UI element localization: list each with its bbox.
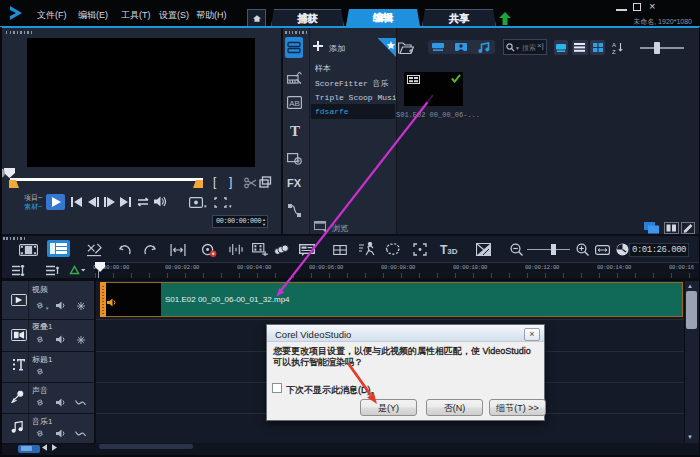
svg-text:Z: Z bbox=[612, 49, 616, 55]
svg-text:A: A bbox=[612, 42, 616, 48]
svg-text:AB: AB bbox=[289, 99, 300, 108]
